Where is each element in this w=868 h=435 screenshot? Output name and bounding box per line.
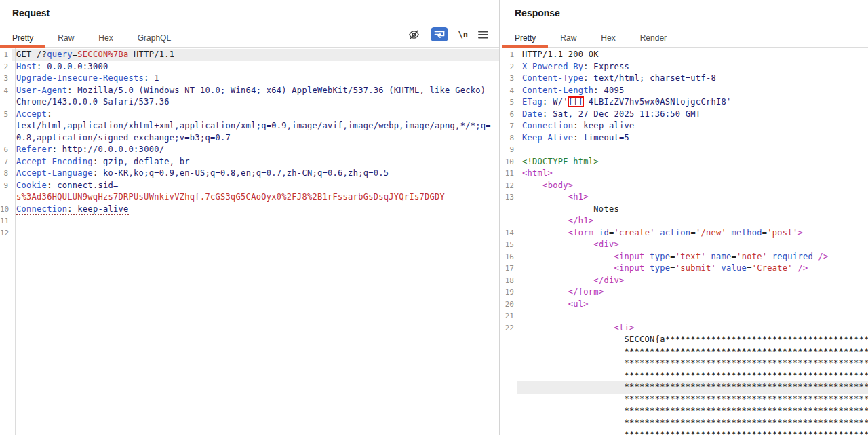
code-line[interactable]: 10Connection: keep-alive: [0, 204, 499, 216]
code-line[interactable]: 1GET /?query=SECCON%7Ba HTTP/1.1: [0, 49, 499, 61]
code-line[interactable]: ****************************************…: [502, 381, 868, 394]
code-line[interactable]: 16 <input type='text' name='note' requir…: [502, 251, 868, 263]
line-number: 18: [502, 275, 517, 287]
code-line[interactable]: ****************************************…: [502, 346, 868, 358]
code-line[interactable]: 10<!DOCTYPE html>: [502, 156, 868, 168]
line-number: [502, 204, 517, 216]
code-line[interactable]: 8Keep-Alive: timeout=5: [502, 132, 868, 145]
code-line[interactable]: 21: [502, 310, 868, 322]
line-number: [502, 417, 517, 430]
code-line[interactable]: SECCON{a********************************…: [502, 334, 868, 346]
request-tab-hex[interactable]: Hex: [86, 33, 125, 48]
line-number: 2: [502, 61, 517, 73]
code-line[interactable]: 12 <body>: [502, 180, 868, 192]
request-tab-raw[interactable]: Raw: [45, 33, 86, 48]
code-line[interactable]: 6Date: Sat, 27 Dec 2025 11:36:50 GMT: [502, 109, 868, 121]
code-text: Cookie: connect.sid=: [12, 180, 499, 192]
response-tab-pretty[interactable]: Pretty: [502, 33, 548, 48]
code-line[interactable]: 20 <ul>: [502, 299, 868, 311]
response-tab-raw[interactable]: Raw: [548, 33, 589, 48]
code-line[interactable]: 22 <li>: [502, 322, 868, 335]
code-text: ****************************************…: [517, 370, 868, 382]
code-line[interactable]: 3Upgrade-Insecure-Requests: 1: [0, 73, 499, 85]
request-tab-pretty[interactable]: Pretty: [0, 33, 45, 48]
line-number: 19: [502, 286, 517, 299]
code-text: <input type='text' name='note' required …: [517, 251, 868, 263]
code-text: <body>: [517, 180, 868, 192]
newline-icon[interactable]: \n: [458, 30, 468, 39]
code-line[interactable]: text/html,application/xhtml+xml,applicat…: [0, 120, 499, 132]
code-line[interactable]: 5ETag: W/'fff-4LBIzZV7hv5wx0ASNtojgcCrhI…: [502, 96, 868, 109]
line-number: [502, 358, 517, 370]
code-line[interactable]: 11<html>: [502, 168, 868, 180]
response-editor[interactable]: 1HTTP/1.1 200 OK2X-Powered-By: Express3C…: [502, 48, 868, 435]
code-line[interactable]: 12: [0, 227, 499, 240]
code-text: HTTP/1.1 200 OK: [517, 49, 868, 61]
code-line[interactable]: 17 <input type='submit' value='Create' /…: [502, 263, 868, 275]
code-line[interactable]: 8Accept-Language: ko-KR,ko;q=0.9,en-US;q…: [0, 168, 499, 180]
response-tab-hex[interactable]: Hex: [589, 33, 627, 48]
code-line[interactable]: 5Accept:: [0, 109, 499, 121]
line-number: [502, 370, 517, 382]
code-line[interactable]: 1HTTP/1.1 200 OK: [502, 49, 868, 61]
code-line[interactable]: 4Content-Length: 4095: [502, 85, 868, 97]
code-line[interactable]: 19 </form>: [502, 286, 868, 299]
code-line[interactable]: 9: [502, 144, 868, 156]
code-line[interactable]: s%3Ad36HQULUN9wqHzs7DRPUsUWnkivVZhqf.7cG…: [0, 191, 499, 204]
code-text: </div>: [517, 275, 868, 287]
response-title: Response: [502, 0, 868, 18]
line-number: 10: [502, 156, 517, 168]
code-line[interactable]: 2X-Powered-By: Express: [502, 61, 868, 73]
response-tab-render[interactable]: Render: [628, 33, 679, 48]
code-line[interactable]: 0.8,application/signed-exchange;v=b3;q=0…: [0, 132, 499, 145]
code-line[interactable]: ****************************************…: [502, 370, 868, 382]
line-number: [502, 334, 517, 346]
code-text: [12, 227, 499, 240]
code-text: Upgrade-Insecure-Requests: 1: [12, 73, 499, 85]
code-line[interactable]: 6Referer: http://0.0.0.0:3000/: [0, 144, 499, 156]
code-line[interactable]: 3Content-Type: text/html; charset=utf-8: [502, 73, 868, 85]
menu-icon[interactable]: [478, 31, 488, 39]
code-line[interactable]: Chrome/143.0.0.0 Safari/537.36: [0, 96, 499, 109]
code-text: ****************************************…: [517, 405, 868, 417]
code-line[interactable]: ****************************************…: [502, 429, 868, 435]
code-line[interactable]: ****************************************…: [502, 417, 868, 430]
line-number: 17: [502, 263, 517, 275]
code-text: ****************************************…: [517, 358, 868, 370]
code-line[interactable]: ****************************************…: [502, 405, 868, 417]
line-number: 4: [0, 85, 12, 97]
line-number: [0, 120, 12, 132]
code-line[interactable]: 9Cookie: connect.sid=: [0, 180, 499, 192]
eye-off-icon[interactable]: [408, 29, 420, 41]
gutter-divider: [521, 48, 521, 435]
code-text: ****************************************…: [517, 346, 868, 358]
line-number: [0, 96, 12, 109]
code-line[interactable]: 7Accept-Encoding: gzip, deflate, br: [0, 156, 499, 168]
code-line[interactable]: 15 <div>: [502, 239, 868, 251]
code-text: Host: 0.0.0.0:3000: [12, 61, 499, 73]
line-number: 4: [502, 85, 517, 97]
soft-wrap-icon[interactable]: [431, 27, 448, 41]
code-line[interactable]: 14 <form id='create' action='/new' metho…: [502, 227, 868, 240]
line-number: 3: [502, 73, 517, 85]
code-line[interactable]: 11: [0, 215, 499, 227]
line-number: 12: [502, 180, 517, 192]
request-editor[interactable]: 1GET /?query=SECCON%7Ba HTTP/1.12Host: 0…: [0, 48, 499, 435]
code-line[interactable]: Notes: [502, 204, 868, 216]
code-line[interactable]: ****************************************…: [502, 358, 868, 370]
code-line[interactable]: 18 </div>: [502, 275, 868, 287]
request-tab-graphql[interactable]: GraphQL: [125, 33, 183, 48]
code-text: <input type='submit' value='Create' />: [517, 263, 868, 275]
code-text: ****************************************…: [517, 429, 868, 435]
response-header: Response PrettyRawHexRender: [502, 0, 868, 48]
code-line[interactable]: 4User-Agent: Mozilla/5.0 (Windows NT 10.…: [0, 85, 499, 97]
code-line[interactable]: </h1>: [502, 215, 868, 227]
code-line[interactable]: 2Host: 0.0.0.0:3000: [0, 61, 499, 73]
request-tabbar: PrettyRawHexGraphQL: [0, 33, 183, 48]
code-line[interactable]: 13 <h1>: [502, 191, 868, 204]
code-line[interactable]: 7Connection: keep-alive: [502, 120, 868, 132]
code-text: Content-Type: text/html; charset=utf-8: [517, 73, 868, 85]
code-line[interactable]: ****************************************…: [502, 394, 868, 406]
line-number: 13: [502, 191, 517, 204]
code-text: [517, 310, 868, 322]
